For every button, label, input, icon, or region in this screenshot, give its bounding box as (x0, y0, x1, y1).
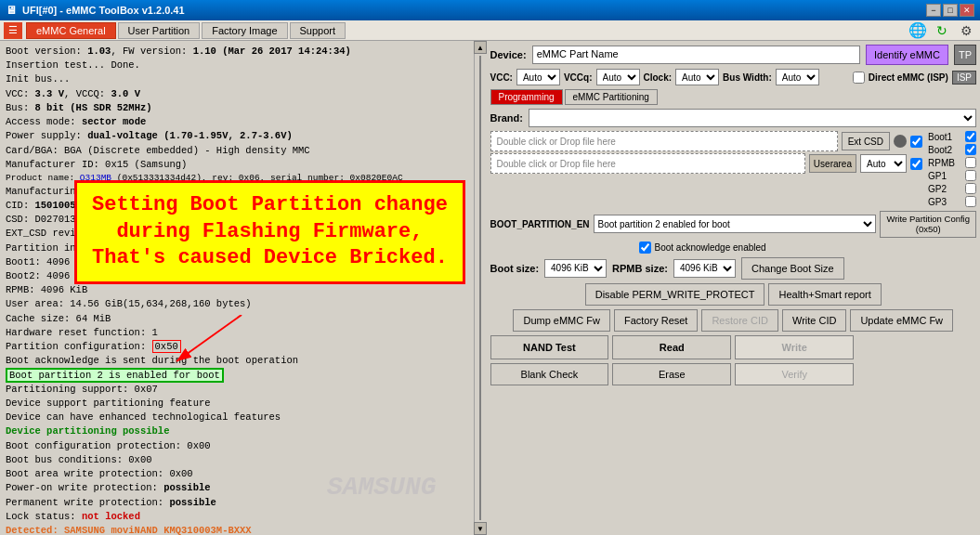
write-partition-line1: Write Partition Config (886, 214, 970, 224)
prog-tab-programming[interactable]: Programming (490, 89, 563, 105)
log-line-27: Device can have enhanced technological f… (6, 411, 468, 424)
rpmb-checkbox[interactable] (965, 157, 976, 168)
boot-partition-select[interactable]: Boot partition 2 enabled for boot (594, 215, 877, 233)
partition-checks-column: Boot1 Boot2 RPMB GP1 GP2 (928, 131, 976, 207)
blank-erase-verify-row: Blank Check Erase Verify (490, 363, 977, 385)
gear-icon-btn[interactable]: ⚙ (956, 20, 976, 41)
hamburger-icon[interactable]: ☰ (4, 22, 22, 39)
boot-ack-checkbox[interactable] (639, 241, 651, 254)
log-line-24: Boot partition 2 is enabled for boot (6, 369, 468, 383)
read-button[interactable]: Read (612, 335, 731, 359)
change-boot-size-button[interactable]: Change Boot Size (741, 257, 844, 280)
file-drop-column: Double click or Drop file here Ext CSD D… (490, 131, 923, 207)
write-partition-button[interactable]: Write Partition Config (0x50) (880, 211, 976, 238)
boot-size-label: Boot size: (490, 263, 540, 274)
gp3-checkbox[interactable] (965, 196, 976, 207)
direct-emmc-checkbox[interactable] (853, 72, 865, 84)
health-smart-button[interactable]: Health+Smart report (768, 283, 881, 306)
close-button[interactable]: ✕ (960, 4, 974, 17)
scroll-up-arrow[interactable]: ▲ (474, 41, 487, 54)
log-line-7: Power supply: dual-voltage (1.70-1.95V, … (6, 129, 468, 143)
gp1-check-row: GP1 (928, 170, 976, 181)
scroll-down-arrow[interactable]: ▼ (474, 522, 487, 535)
vcc-row: VCC: Auto VCCq: Auto Clock: Auto Bus Wid… (490, 69, 977, 85)
app-title: UFI[#0] - eMMC ToolBox v1.2.0.41 (22, 5, 185, 16)
prog-tab-emmc-partitioning[interactable]: eMMC Partitioning (565, 89, 658, 105)
clock-select[interactable]: Auto (675, 69, 719, 85)
tab-support[interactable]: Support (290, 22, 346, 39)
clock-label: Clock: (644, 72, 673, 83)
gp3-check-row: GP3 (928, 196, 976, 207)
boot-partition-row: BOOT_PARTITION_EN Boot partition 2 enabl… (490, 211, 977, 238)
log-line-1: Boot version: 1.03, FW version: 1.10 (Ma… (6, 45, 468, 59)
vccq-select[interactable]: Auto (596, 69, 640, 85)
globe-icon-btn[interactable]: 🌐 (908, 20, 928, 41)
factory-reset-button[interactable]: Factory Reset (614, 309, 698, 332)
tab-user-partition[interactable]: User Partition (118, 22, 201, 39)
log-line-8: Card/BGA: BGA (Discrete embedded) - High… (6, 144, 468, 158)
log-line-30: Boot bus conditions: 0x00 (6, 453, 468, 467)
log-line-34: Lock status: not locked (6, 510, 468, 524)
blank-check-button[interactable]: Blank Check (490, 363, 609, 385)
scroll-thumb[interactable] (479, 56, 481, 520)
device-label: Device: (490, 49, 527, 60)
tp-button[interactable]: TP (954, 45, 976, 65)
ext-csd-checkbox[interactable] (910, 136, 922, 148)
vcc-label: VCC: (490, 72, 513, 83)
restore-cid-button[interactable]: Restore CID (701, 309, 778, 332)
bus-width-select[interactable]: Auto (776, 69, 819, 85)
verify-button[interactable]: Verify (735, 363, 854, 385)
main-container: Boot version: 1.03, FW version: 1.10 (Ma… (0, 41, 980, 535)
write-cid-button[interactable]: Write CID (782, 309, 846, 332)
file-drop-row-2: Double click or Drop file here Userarea … (490, 153, 923, 174)
brand-row: Brand: (490, 109, 977, 127)
nand-test-button[interactable]: NAND Test (490, 335, 609, 359)
gp1-checkbox[interactable] (965, 170, 976, 181)
disable-perm-button[interactable]: Disable PERM_WRITE_PROTECT (585, 283, 765, 306)
vcc-select[interactable]: Auto (516, 69, 560, 85)
refresh-icon-btn[interactable]: ↻ (932, 20, 952, 41)
dump-factory-row: Dump eMMC Fw Factory Reset Restore CID W… (490, 309, 977, 332)
right-panel: Device: eMMC Part Name Identify eMMC TP … (487, 41, 981, 535)
userarea-button[interactable]: Userarea (809, 154, 856, 173)
log-line-21: Hardware reset function: 1 (6, 326, 468, 340)
minimize-button[interactable]: − (926, 4, 941, 17)
write-button[interactable]: Write (735, 335, 854, 359)
rpmb-size-select[interactable]: 4096 KiB (673, 259, 736, 278)
file-drop-row-1: Double click or Drop file here Ext CSD (490, 131, 923, 151)
log-line-25: Partitioning support: 0x07 (6, 383, 468, 397)
identify-emmc-button[interactable]: Identify eMMC (866, 45, 948, 65)
tab-emmc-general[interactable]: eMMC General (26, 22, 116, 39)
file-drop-box-1[interactable]: Double click or Drop file here (490, 131, 838, 151)
erase-button[interactable]: Erase (612, 363, 731, 385)
disable-health-row: Disable PERM_WRITE_PROTECT Health+Smart … (490, 283, 977, 306)
boot2-check-row: Boot2 (928, 144, 976, 155)
menu-bar: ☰ eMMC General User Partition Factory Im… (0, 20, 980, 41)
isp-button[interactable]: ISP (952, 71, 976, 85)
log-line-2: Insertion test... Done. (6, 59, 468, 72)
refresh-icon: ↻ (936, 23, 947, 38)
maximize-button[interactable]: □ (943, 4, 958, 17)
boot1-label: Boot1 (928, 132, 963, 142)
gp1-label: GP1 (928, 171, 963, 181)
brand-select[interactable] (529, 109, 976, 127)
userarea-checkbox[interactable] (910, 158, 922, 170)
gp2-checkbox[interactable] (965, 183, 976, 194)
tab-factory-image[interactable]: Factory Image (202, 22, 287, 39)
boot-size-select[interactable]: 4096 KiB (544, 259, 607, 278)
boot-partition-label: BOOT_PARTITION_EN (490, 219, 590, 229)
ext-csd-icon (894, 135, 907, 148)
left-scrollbar[interactable]: ▲ ▼ (474, 41, 487, 535)
update-emmc-button[interactable]: Update eMMC Fw (850, 309, 953, 332)
boot2-checkbox[interactable] (965, 144, 976, 155)
title-bar: 🖥 UFI[#0] - eMMC ToolBox v1.2.0.41 − □ ✕ (0, 0, 980, 20)
file-drop-box-2[interactable]: Double click or Drop file here (490, 153, 805, 174)
log-line-3: Init bus... (6, 72, 468, 86)
boot1-checkbox[interactable] (965, 131, 976, 142)
gp2-label: GP2 (928, 184, 963, 194)
ext-csd-button[interactable]: Ext CSD (842, 132, 890, 150)
auto-select[interactable]: Auto (860, 154, 907, 173)
dump-emmc-button[interactable]: Dump eMMC Fw (513, 309, 610, 332)
boot-ack-row: Boot acknowledge enabled (639, 241, 977, 254)
warning-line3: That's caused Device Bricked. (92, 245, 448, 272)
